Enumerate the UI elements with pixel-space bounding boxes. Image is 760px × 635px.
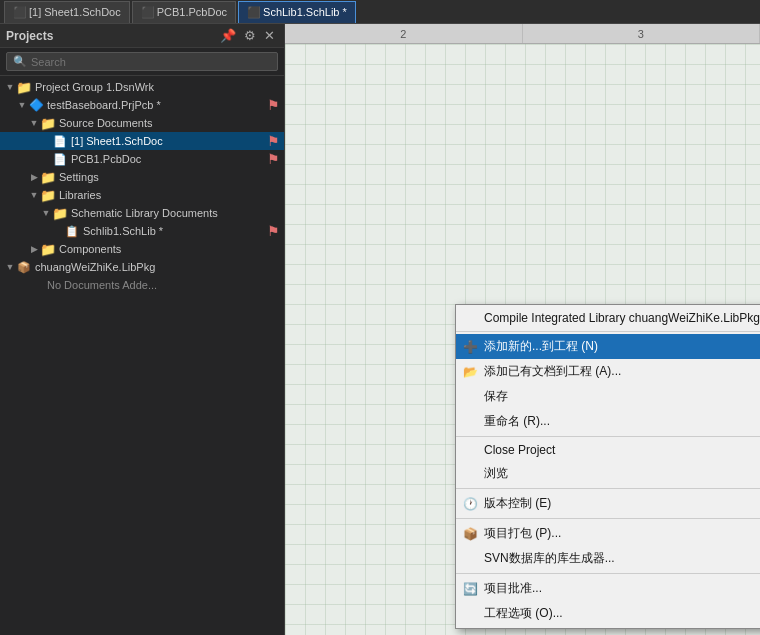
tree-label-no-docs: No Documents Adde... (47, 279, 280, 291)
tree-item-libraries[interactable]: ▼ 📁 Libraries (0, 186, 284, 204)
tree-arrow-group: ▼ (4, 81, 16, 93)
sch-doc-icon: ⬛ (13, 6, 25, 18)
tree-badge-schlib1: ⚑ (266, 224, 280, 238)
project-icon-testbase: 🔷 (28, 97, 44, 113)
menu-item-add-new[interactable]: ➕ 添加新的...到工程 (N) (456, 334, 760, 359)
tree-label-source-docs: Source Documents (59, 117, 280, 129)
pcb-icon-pcb1: 📄 (52, 151, 68, 167)
menu-item-svn[interactable]: SVN数据库的库生成器... (456, 546, 760, 571)
panel-header: Projects 📌 ⚙ ✕ (0, 24, 284, 48)
tree-label-sheet1: [1] Sheet1.SchDoc (71, 135, 262, 147)
tree-item-no-docs: No Documents Adde... (0, 276, 284, 294)
folder-icon-source-docs: 📁 (40, 115, 56, 131)
right-panel: 2 3 Compile Integrated Library chuangWei… (285, 24, 760, 635)
tree-arrow-libraries: ▼ (28, 189, 40, 201)
tree-item-schlib1[interactable]: 📋 Schlib1.SchLib * ⚑ (0, 222, 284, 240)
tree-item-sheet1[interactable]: 📄 [1] Sheet1.SchDoc ⚑ (0, 132, 284, 150)
menu-item-compile[interactable]: Compile Integrated Library chuangWeiZhiK… (456, 307, 760, 329)
tree-arrow-sheet1 (40, 135, 52, 147)
tree-arrow-source-docs: ▼ (28, 117, 40, 129)
libpkg-icon-chuang: 📦 (16, 259, 32, 275)
version-icon: 🕐 (462, 496, 478, 512)
tree-label-components: Components (59, 243, 280, 255)
context-menu-overlay: Compile Integrated Library chuangWeiZhiK… (285, 24, 760, 635)
menu-item-batch[interactable]: 🔄 项目批准... (456, 576, 760, 601)
context-menu: Compile Integrated Library chuangWeiZhiK… (455, 304, 760, 629)
menu-item-add-existing[interactable]: 📂 添加已有文档到工程 (A)... (456, 359, 760, 384)
tree-item-group[interactable]: ▼ 📁 Project Group 1.DsnWrk (0, 78, 284, 96)
folder-icon-components: 📁 (40, 241, 56, 257)
search-icon: 🔍 (13, 55, 27, 68)
menu-separator-1 (456, 331, 760, 332)
tree-label-testbase: testBaseboard.PrjPcb * (47, 99, 262, 111)
folder-icon-settings: 📁 (40, 169, 56, 185)
menu-item-close[interactable]: Close Project (456, 439, 760, 461)
menu-separator-4 (456, 518, 760, 519)
menu-item-rename[interactable]: 重命名 (R)... (456, 409, 760, 434)
tree-arrow-testbase: ▼ (16, 99, 28, 111)
tree-item-testbase[interactable]: ▼ 🔷 testBaseboard.PrjPcb * ⚑ (0, 96, 284, 114)
tree-arrow-schlib-docs: ▼ (40, 207, 52, 219)
search-input-wrap[interactable]: 🔍 (6, 52, 278, 71)
menu-item-version[interactable]: 🕐 版本控制 (E) (456, 491, 760, 516)
menu-separator-5 (456, 573, 760, 574)
tree-label-settings: Settings (59, 171, 280, 183)
tree-item-components[interactable]: ▶ 📁 Components (0, 240, 284, 258)
tree-badge-sheet1: ⚑ (266, 134, 280, 148)
tab-pcb1[interactable]: ⬛ PCB1.PcbDoc (132, 1, 236, 23)
schlib-icon-schlib1: 📋 (64, 223, 80, 239)
tree-item-settings[interactable]: ▶ 📁 Settings (0, 168, 284, 186)
tree-item-schlib-docs[interactable]: ▼ 📁 Schematic Library Documents (0, 204, 284, 222)
panel-pin-button[interactable]: 📌 (217, 28, 239, 43)
panel-header-buttons: 📌 ⚙ ✕ (217, 28, 278, 43)
menu-item-save[interactable]: 保存 (456, 384, 760, 409)
panel-settings-button[interactable]: ⚙ (241, 28, 259, 43)
tree-arrow-settings: ▶ (28, 171, 40, 183)
folder-icon-schlib-docs: 📁 (52, 205, 68, 221)
tree-badge-testbase: ⚑ (266, 98, 280, 112)
search-bar: 🔍 (0, 48, 284, 76)
tree-label-pcb1: PCB1.PcbDoc (71, 153, 262, 165)
tree-item-source-docs[interactable]: ▼ 📁 Source Documents (0, 114, 284, 132)
tree-label-group: Project Group 1.DsnWrk (35, 81, 280, 93)
menu-separator-3 (456, 488, 760, 489)
projects-panel: Projects 📌 ⚙ ✕ 🔍 ▼ 📁 Project Group 1.Dsn… (0, 24, 285, 635)
menu-item-package[interactable]: 📦 项目打包 (P)... (456, 521, 760, 546)
tree-arrow-pcb1 (40, 153, 52, 165)
tree-label-schlib-docs: Schematic Library Documents (71, 207, 280, 219)
panel-title: Projects (6, 29, 53, 43)
tree-arrow-components: ▶ (28, 243, 40, 255)
tree-arrow-chuang: ▼ (4, 261, 16, 273)
panel-close-button[interactable]: ✕ (261, 28, 278, 43)
folder-icon-group: 📁 (16, 79, 32, 95)
add-new-icon: ➕ (462, 339, 478, 355)
tab-sheet1[interactable]: ⬛ [1] Sheet1.SchDoc (4, 1, 130, 23)
add-exist-icon: 📂 (462, 364, 478, 380)
menu-separator-2 (456, 436, 760, 437)
schlib-doc-icon: ⬛ (247, 6, 259, 18)
tree-label-schlib1: Schlib1.SchLib * (83, 225, 262, 237)
tab-bar: ⬛ [1] Sheet1.SchDoc ⬛ PCB1.PcbDoc ⬛ SchL… (0, 0, 760, 24)
project-tree: ▼ 📁 Project Group 1.DsnWrk ▼ 🔷 testBaseb… (0, 76, 284, 635)
batch-icon: 🔄 (462, 581, 478, 597)
menu-item-options[interactable]: 工程选项 (O)... (456, 601, 760, 626)
tree-arrow-schlib1 (52, 225, 64, 237)
tree-label-chuang: chuangWeiZhiKe.LibPkg (35, 261, 280, 273)
tree-badge-pcb1: ⚑ (266, 152, 280, 166)
folder-icon-libraries: 📁 (40, 187, 56, 203)
sch-icon-sheet1: 📄 (52, 133, 68, 149)
tree-label-libraries: Libraries (59, 189, 280, 201)
no-docs-icon (28, 277, 44, 293)
package-icon: 📦 (462, 526, 478, 542)
tab-schlib1[interactable]: ⬛ SchLib1.SchLib * (238, 1, 356, 23)
main-layout: Projects 📌 ⚙ ✕ 🔍 ▼ 📁 Project Group 1.Dsn… (0, 24, 760, 635)
menu-item-browse[interactable]: 浏览 (456, 461, 760, 486)
pcb-doc-icon: ⬛ (141, 6, 153, 18)
tree-item-pcb1[interactable]: 📄 PCB1.PcbDoc ⚑ (0, 150, 284, 168)
search-input[interactable] (31, 56, 271, 68)
tree-item-chuang[interactable]: ▼ 📦 chuangWeiZhiKe.LibPkg (0, 258, 284, 276)
